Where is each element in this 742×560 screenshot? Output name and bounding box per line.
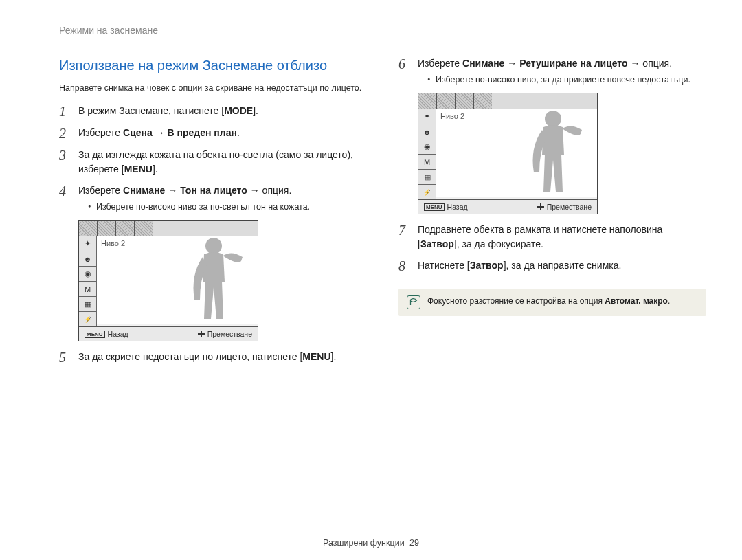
lcd-side-icons: ✦ ☻ ◉ M ▦ ⚡̸ — [418, 109, 436, 199]
step-1-text-post: ]. — [253, 105, 258, 116]
step-4: 4 Изберете Снимане → Тон на лицето → опц… — [59, 183, 367, 213]
step-6-bold: Снимане → Ретуширане на лицето → — [462, 58, 640, 69]
section-label: Режими на заснемане — [59, 25, 706, 36]
note-text-pre: Фокусното разстояние се настройва на опц… — [427, 296, 605, 306]
step-5: 5 За да скриете недостатъци по лицето, н… — [59, 350, 367, 365]
step-4-text-post: опция. — [260, 185, 292, 196]
person-silhouette-icon — [183, 236, 245, 323]
flash-off-icon: ⚡̸ — [79, 311, 97, 326]
step-number-icon: 6 — [398, 56, 411, 86]
metering-icon: ◉ — [418, 139, 436, 154]
lcd-move-label: Преместване — [547, 203, 592, 211]
lcd-illustration-1: ✦ ☻ ◉ M ▦ ⚡̸ Ниво 2 — [78, 220, 367, 341]
lcd-tab-icon — [437, 93, 456, 109]
svg-point-0 — [205, 238, 222, 254]
note-text-bold: Автомат. макро — [605, 296, 668, 306]
step-6-bullet: Изберете по-високо ниво, за да прикриете… — [427, 74, 706, 86]
step-6-text-pre: Изберете — [418, 58, 462, 69]
step-6: 6 Изберете Снимане → Ретуширане на лицет… — [398, 56, 706, 86]
step-2-bold: Сцена → В преден план — [123, 127, 237, 138]
step-4-text-pre: Изберете — [78, 185, 123, 196]
step-5-text-pre: За да скриете недостатъци по лицето, нат… — [78, 351, 302, 362]
mode-m-icon: M — [79, 281, 97, 296]
step-4-bullet: Изберете по-високо ниво за по-светъл тон… — [88, 201, 367, 213]
lcd-top-tabs — [418, 93, 597, 109]
lcd-tab-icon — [116, 221, 135, 236]
step-number-icon: 3 — [59, 148, 71, 177]
lcd-illustration-2: ✦ ☻ ◉ M ▦ ⚡̸ Ниво 2 — [418, 93, 706, 214]
lcd-tab-icon — [98, 221, 116, 236]
lcd-tab-icon — [79, 221, 98, 236]
shutter-button-label: Затвор — [470, 260, 504, 271]
step-3-text-post: ]. — [153, 164, 158, 175]
lcd-top-tabs — [79, 221, 258, 236]
face-icon: ☻ — [418, 124, 436, 139]
menu-chip-icon: MENU — [85, 331, 105, 338]
lcd-move-label: Преместване — [207, 330, 252, 338]
flash-off-icon: ⚡̸ — [418, 184, 436, 199]
face-icon: ☻ — [79, 251, 97, 266]
lcd-side-icons: ✦ ☻ ◉ M ▦ ⚡̸ — [79, 236, 97, 326]
mode-m-icon: M — [418, 154, 436, 169]
step-number-icon: 8 — [398, 258, 411, 273]
step-3: 3 За да изглежда кожата на обекта по-све… — [59, 148, 367, 177]
lcd-tab-icon — [456, 93, 474, 109]
step-8: 8 Натиснете [Затвор], за да направите сн… — [398, 258, 706, 273]
level-label: Ниво 2 — [101, 239, 125, 247]
menu-chip-icon: MENU — [424, 203, 445, 211]
step-7: 7 Подравнете обекта в рамката и натиснет… — [398, 223, 706, 251]
level-label: Ниво 2 — [440, 112, 464, 120]
page-subtitle: Направете снимка на човек с опции за скр… — [59, 82, 367, 94]
lcd-tab-icon — [474, 93, 492, 109]
metering-icon: ◉ — [79, 266, 97, 281]
grid-icon: ▦ — [79, 296, 97, 311]
page-footer: Разширени функции 29 — [0, 538, 742, 548]
dpad-icon — [537, 203, 544, 210]
grid-icon: ▦ — [418, 169, 436, 184]
step-4-bold: Снимане → Тон на лицето → — [123, 185, 260, 196]
page-title: Използване на режим Заснемане отблизо — [59, 56, 367, 75]
svg-point-1 — [545, 111, 561, 127]
step-5-text-post: ]. — [331, 351, 337, 362]
step-number-icon: 1 — [59, 104, 71, 119]
step-8-text-pre: Натиснете [ — [418, 260, 470, 271]
step-6-text-post: опция. — [640, 58, 672, 69]
right-column: 6 Изберете Снимане → Ретуширане на лицет… — [398, 56, 706, 372]
menu-button-label: MENU — [302, 351, 330, 362]
exposure-icon: ✦ — [418, 109, 436, 124]
step-number-icon: 5 — [59, 350, 71, 365]
step-7-text-post: ], за да фокусирате. — [454, 238, 543, 249]
step-1-text-pre: В режим Заснемане, натиснете [ — [78, 105, 224, 116]
step-3-text-pre: За да изглежда кожата на обекта по-светл… — [78, 149, 353, 175]
lcd-back-label: Назад — [108, 330, 128, 338]
left-column: Използване на режим Заснемане отблизо На… — [59, 56, 367, 372]
lcd-tab-icon — [135, 221, 153, 236]
note-box: Фокусното разстояние се настройва на опц… — [398, 289, 706, 316]
step-2-text-pre: Изберете — [78, 127, 123, 138]
footer-section-label: Разширени функции — [323, 538, 405, 548]
page-number: 29 — [409, 538, 419, 548]
step-2: 2 Изберете Сцена → В преден план. — [59, 126, 367, 141]
lcd-tab-icon — [418, 93, 437, 109]
lcd-canvas: Ниво 2 — [97, 236, 258, 324]
step-number-icon: 7 — [398, 223, 411, 251]
lcd-canvas: Ниво 2 — [436, 109, 597, 197]
note-text-post: . — [668, 296, 670, 306]
note-icon — [407, 295, 420, 309]
menu-button-label: MENU — [124, 164, 153, 175]
step-number-icon: 2 — [59, 126, 71, 141]
dpad-icon — [198, 331, 205, 337]
mode-button-label: MODE — [224, 105, 253, 116]
person-silhouette-icon — [523, 109, 585, 196]
exposure-icon: ✦ — [79, 236, 97, 251]
step-1: 1 В режим Заснемане, натиснете [MODE]. — [59, 104, 367, 119]
step-number-icon: 4 — [59, 183, 71, 213]
shutter-button-label: Затвор — [420, 238, 454, 249]
lcd-back-label: Назад — [447, 203, 468, 211]
step-8-text-post: ], за да направите снимка. — [504, 260, 622, 271]
step-2-text-post: . — [237, 127, 240, 138]
content-columns: Използване на режим Заснемане отблизо На… — [59, 56, 706, 372]
